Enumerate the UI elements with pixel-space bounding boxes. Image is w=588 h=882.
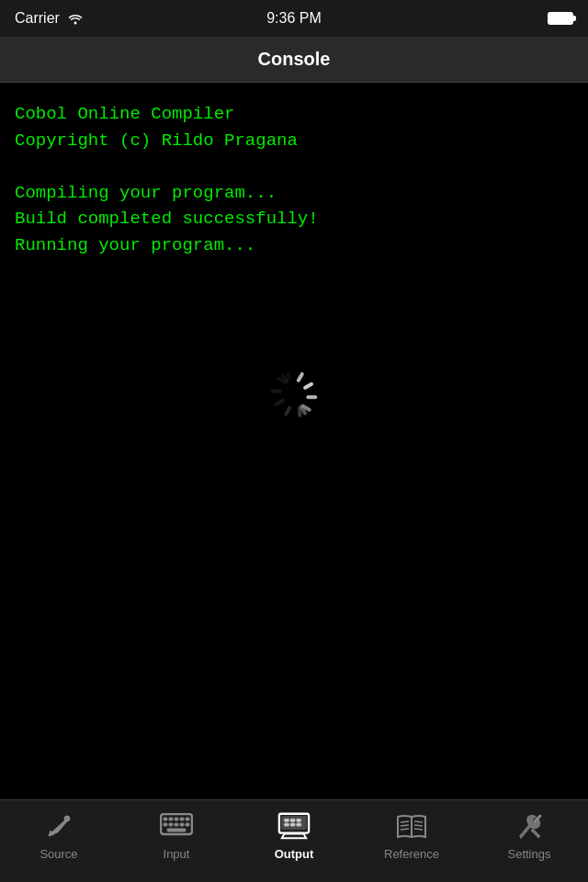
- carrier-label: Carrier: [15, 10, 60, 27]
- svg-line-7: [273, 388, 280, 394]
- svg-rect-32: [285, 823, 289, 826]
- svg-rect-14: [164, 818, 167, 820]
- tab-settings[interactable]: Settings: [470, 809, 588, 861]
- svg-rect-29: [285, 819, 289, 821]
- loading-spinner: [15, 368, 573, 420]
- tab-reference[interactable]: Reference: [353, 809, 470, 861]
- svg-line-38: [401, 829, 409, 830]
- svg-rect-33: [290, 823, 295, 826]
- console-area: Cobol Online Compiler Copyright (c) Rild…: [0, 83, 588, 799]
- status-bar: Carrier 9:36 PM: [0, 0, 588, 37]
- svg-rect-20: [169, 823, 173, 826]
- svg-rect-16: [175, 818, 178, 820]
- console-output: Cobol Online Compiler Copyright (c) Rild…: [15, 101, 573, 258]
- spinner-svg: [259, 359, 329, 429]
- tab-output[interactable]: Output: [235, 809, 353, 861]
- svg-line-39: [414, 821, 423, 822]
- battery-indicator: [548, 12, 573, 25]
- svg-rect-17: [180, 818, 184, 820]
- svg-line-40: [414, 825, 423, 826]
- tab-source[interactable]: Source: [0, 809, 118, 861]
- svg-line-6: [277, 401, 283, 404]
- output-icon: [277, 809, 311, 842]
- svg-rect-24: [167, 829, 186, 831]
- svg-rect-19: [164, 823, 167, 826]
- tab-reference-label: Reference: [384, 847, 439, 861]
- status-time: 9:36 PM: [266, 10, 322, 27]
- reference-icon: [395, 809, 428, 842]
- svg-rect-18: [186, 818, 189, 820]
- svg-rect-23: [186, 823, 189, 826]
- svg-rect-22: [180, 823, 184, 826]
- svg-line-41: [414, 829, 423, 830]
- svg-line-11: [297, 374, 304, 380]
- svg-rect-26: [282, 817, 307, 830]
- svg-rect-31: [297, 819, 301, 821]
- tab-input[interactable]: Input: [118, 809, 235, 861]
- wifi-icon: [67, 12, 84, 25]
- input-icon: [160, 809, 193, 842]
- svg-rect-21: [175, 823, 178, 826]
- page-title: Console: [258, 49, 331, 70]
- tab-bar: Source Input: [0, 799, 588, 882]
- source-icon: [42, 809, 75, 842]
- svg-point-12: [64, 816, 70, 821]
- settings-icon: [513, 809, 546, 842]
- svg-line-36: [401, 821, 409, 822]
- svg-rect-34: [297, 823, 301, 826]
- svg-line-37: [401, 825, 409, 826]
- svg-line-5: [284, 408, 291, 414]
- svg-rect-30: [290, 819, 295, 821]
- tab-settings-label: Settings: [508, 847, 551, 861]
- tab-source-label: Source: [40, 847, 77, 861]
- svg-rect-15: [169, 818, 173, 820]
- title-bar: Console: [0, 37, 588, 83]
- tab-input-label: Input: [164, 847, 190, 861]
- svg-line-1: [308, 394, 315, 401]
- svg-line-0: [305, 384, 311, 388]
- tab-output-label: Output: [275, 847, 314, 861]
